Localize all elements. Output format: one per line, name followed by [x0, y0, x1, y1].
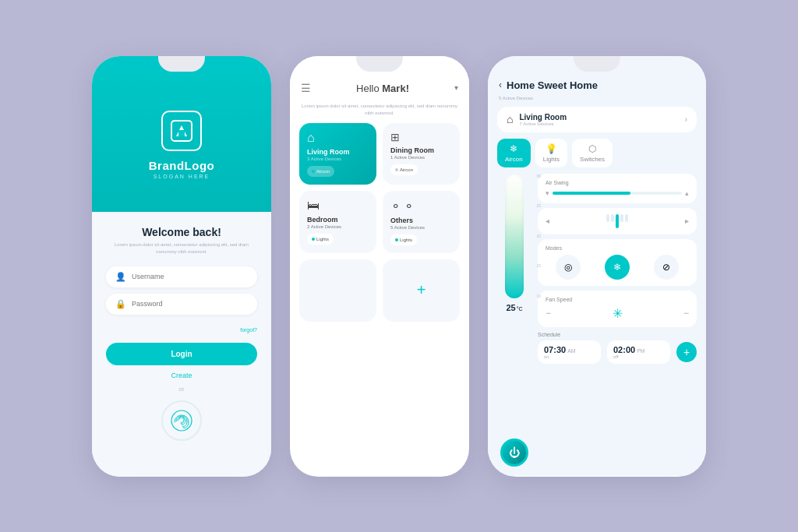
- room-sel-icon: ⌂: [507, 113, 513, 125]
- aircon-icon: ❄: [510, 143, 517, 154]
- device-chip-aircon-living: Aircon: [307, 166, 334, 177]
- forgot-link[interactable]: forgot?: [240, 327, 257, 333]
- fan-minus-icon[interactable]: −: [546, 308, 551, 319]
- schedule-title: Schedule: [538, 332, 697, 337]
- room-name-living: Living Room: [307, 148, 369, 156]
- cool-icon: ❄: [613, 262, 621, 273]
- room-selector[interactable]: ⌂ Living Room 7 Active Devices ›: [497, 107, 697, 132]
- right-panel: Air Swing ▾ ▴ ◂: [538, 174, 697, 467]
- login-button[interactable]: Login: [106, 343, 257, 365]
- add-room-button[interactable]: +: [383, 259, 460, 322]
- ctrl-title: Home Sweet Home: [507, 79, 598, 91]
- swing-track: [553, 192, 682, 195]
- logo-icon: [161, 111, 202, 151]
- modes-title: Modes: [546, 245, 689, 251]
- device-chips-living: Aircon: [307, 166, 369, 177]
- room-icon-others: ⚬ ⚬: [390, 199, 452, 213]
- ctrl-header: ‹ Home Sweet Home: [488, 56, 706, 96]
- fan-speed-title: Fan Speed: [546, 297, 689, 302]
- room-icon-living: ⌂: [307, 131, 369, 145]
- temp-unit: °C: [517, 306, 523, 312]
- air-swing-row: ▾ ▴: [546, 189, 689, 197]
- swing-fill: [553, 192, 630, 195]
- rooms-grid: ⌂ Living Room 3 Active Devices Aircon ⊞ …: [290, 123, 469, 328]
- schedule-add-button[interactable]: +: [676, 342, 697, 362]
- thermometer: 30 25 20 15 10 25 °C: [497, 174, 531, 432]
- fan-speed-section: Fan Speed − ✳ −: [538, 291, 697, 327]
- room-icon-dining: ⊞: [390, 131, 452, 143]
- fingerprint-button[interactable]: [161, 400, 202, 441]
- temperature-value: 25: [506, 303, 515, 312]
- phone-control: ‹ Home Sweet Home 5 Active Devices ⌂ Liv…: [488, 56, 706, 477]
- switches-icon: ⬡: [588, 143, 596, 154]
- username-row: 👤: [106, 266, 257, 287]
- password-input[interactable]: [132, 300, 248, 308]
- fan-plus-icon[interactable]: −: [683, 308, 689, 319]
- room-card-bedroom[interactable]: 🛏 Bedroom 2 Active Devices Lights: [299, 191, 376, 253]
- dot-active-others: [395, 238, 398, 241]
- device-chips-dining: Aircon: [390, 164, 452, 175]
- main-controls: 30 25 20 15 10 25 °C ⏻: [497, 174, 697, 467]
- room-sel-left: ⌂ Living Room 7 Active Devices: [507, 113, 567, 126]
- room-devices-living: 3 Active Devices: [307, 157, 369, 161]
- password-row: 🔒: [106, 294, 257, 315]
- level-control-section: ◂ ▸: [538, 208, 697, 234]
- room-card-others[interactable]: ⚬ ⚬ Others 5 Active Devices Lights: [383, 191, 460, 253]
- phone-dashboard: ☰ Hello Mark! ▾ Lorem ipsum dolor sit am…: [290, 56, 469, 477]
- login-header: BrandLogo SLOGAN HERE: [92, 56, 271, 212]
- username-input[interactable]: [132, 273, 248, 280]
- schedule-on-ampm: AM: [567, 348, 576, 354]
- left-panel: 30 25 20 15 10 25 °C ⏻: [497, 174, 531, 467]
- device-chips-bedroom: Lights: [307, 234, 369, 245]
- room-name-bedroom: Bedroom: [307, 216, 369, 224]
- dash-greeting: Hello Mark!: [356, 83, 409, 94]
- tab-lights[interactable]: 💡 Lights: [535, 139, 567, 167]
- level-left-icon[interactable]: ◂: [546, 217, 549, 225]
- schedule-on-time[interactable]: 07:30 AM on: [538, 340, 601, 364]
- power-icon: ⏻: [509, 446, 520, 459]
- dash-subtitle: Lorem ipsum dolor sit amet, consectetur …: [301, 103, 458, 117]
- tabs-row: ❄ Aircon 💡 Lights ⬡ Switches: [497, 139, 697, 167]
- tick-marks: 30 25 20 15 10: [536, 174, 541, 298]
- schedule-section: Schedule 07:30 AM on 02:00: [538, 332, 697, 364]
- mode-dry-button[interactable]: ⊘: [654, 255, 679, 280]
- slogan: SLOGAN HERE: [154, 174, 210, 179]
- level-row: ◂ ▸: [546, 214, 689, 228]
- device-chip-aircon-dining: Aircon: [390, 164, 418, 175]
- create-link[interactable]: Create: [171, 372, 192, 379]
- fan-speed-row: − ✳ −: [546, 306, 689, 321]
- swing-down-icon[interactable]: ▾: [546, 189, 549, 197]
- device-chip-lights-others: Lights: [390, 234, 417, 245]
- level-indicator: [553, 214, 682, 228]
- chevron-down-icon[interactable]: ▾: [454, 83, 458, 92]
- swing-up-icon[interactable]: ▴: [685, 189, 689, 197]
- room-sel-chevron[interactable]: ›: [685, 115, 687, 124]
- room-name-others: Others: [390, 217, 452, 224]
- dot-inactive: [395, 168, 398, 171]
- device-chip-lights-bedroom: Lights: [307, 234, 334, 245]
- room-icon-bedroom: 🛏: [307, 199, 369, 213]
- level-right-icon[interactable]: ▸: [685, 217, 689, 225]
- dash-header: ☰ Hello Mark! ▾: [290, 56, 469, 101]
- schedule-off-time[interactable]: 02:00 PM off: [607, 340, 670, 364]
- auto-icon: ◎: [564, 262, 572, 273]
- dot-active-bedroom: [312, 238, 315, 241]
- tab-aircon[interactable]: ❄ Aircon: [497, 139, 531, 167]
- dot-active: [312, 170, 315, 173]
- room-card-living[interactable]: ⌂ Living Room 3 Active Devices Aircon: [299, 123, 376, 185]
- phone-login: BrandLogo SLOGAN HERE Welcome back! Lore…: [92, 56, 271, 477]
- menu-icon[interactable]: ☰: [301, 82, 311, 94]
- fan-center-icon: ✳: [554, 306, 680, 321]
- mode-auto-button[interactable]: ◎: [556, 255, 581, 280]
- mode-cool-button[interactable]: ❄: [605, 255, 630, 280]
- lock-icon: 🔒: [115, 299, 126, 309]
- schedule-off-ampm: PM: [637, 348, 645, 354]
- back-icon[interactable]: ‹: [499, 79, 502, 90]
- room-card-dining[interactable]: ⊞ Dining Room 1 Active Devices Aircon: [383, 123, 460, 185]
- brand-name: BrandLogo: [149, 159, 215, 172]
- device-chips-others: Lights: [390, 234, 452, 245]
- air-swing-section: Air Swing ▾ ▴: [538, 174, 697, 203]
- ctrl-sub: 5 Active Devices: [488, 96, 706, 107]
- tab-switches[interactable]: ⬡ Switches: [572, 139, 613, 167]
- power-button[interactable]: ⏻: [500, 439, 528, 467]
